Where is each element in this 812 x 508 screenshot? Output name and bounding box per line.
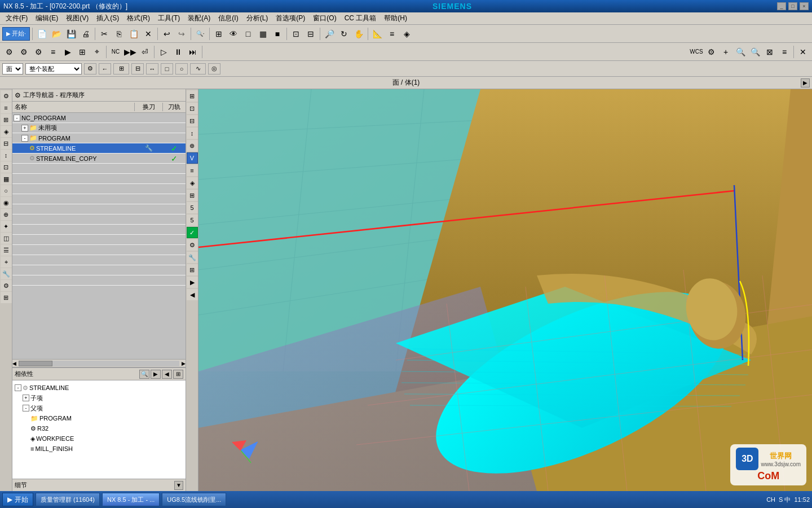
left-icon-17[interactable]: ⚙ <box>1 280 12 291</box>
open-btn[interactable]: 📂 <box>50 27 63 41</box>
left-icon-16[interactable]: 🔧 <box>1 268 12 279</box>
tb-right4[interactable]: 🔍 <box>734 45 747 59</box>
copy-btn[interactable]: ⎘ <box>112 27 126 41</box>
left-icon-10[interactable]: ◉ <box>1 197 12 208</box>
mid-btn-8[interactable]: ◈ <box>187 177 198 189</box>
menu-edit[interactable]: 编辑(E) <box>32 12 61 24</box>
table-row[interactable]: ⚙ STREAMLINE 🔧 ✓ <box>12 143 186 154</box>
list-item[interactable]: - 父项 <box>15 403 183 413</box>
menu-analysis[interactable]: 分析(L) <box>243 12 272 24</box>
cmd-finder-btn[interactable]: 🔍· <box>193 27 207 41</box>
close-button[interactable]: × <box>800 2 809 10</box>
table-row[interactable]: - 📁 PROGRAM <box>12 133 186 143</box>
mfg-btn1[interactable]: ⚙ <box>2 45 16 59</box>
menu-insert[interactable]: 插入(S) <box>93 12 122 24</box>
dep-search-btn[interactable]: 🔍 <box>139 370 149 379</box>
layer-btn[interactable]: ≡ <box>385 27 399 41</box>
left-icon-4[interactable]: ◈ <box>1 126 12 137</box>
left-icon-3[interactable]: ⊞ <box>1 114 12 125</box>
mid-btn-13[interactable]: ⚙ <box>187 239 198 251</box>
mid-btn-14[interactable]: 🔧 <box>187 252 198 263</box>
view-btn2[interactable]: □ <box>241 27 255 41</box>
undo-btn[interactable]: ↩ <box>160 27 174 41</box>
menu-help[interactable]: 帮助(H) <box>381 12 411 24</box>
filter-select-all-btn[interactable]: ⊞ <box>113 63 129 75</box>
view-btn3[interactable]: ▦ <box>256 27 270 41</box>
list-item[interactable]: - ⚙ STREAMLINE <box>15 383 183 393</box>
filter-assembly-select[interactable]: 整个装配 <box>25 63 82 75</box>
close-panel-btn[interactable]: ✕ <box>796 45 810 59</box>
mfg-btn6[interactable]: ⊞ <box>76 45 89 59</box>
nc-btn3[interactable]: ⏎ <box>138 45 152 59</box>
nav-hscroll[interactable]: ◀ ▶ <box>12 359 186 367</box>
mid-btn-7[interactable]: ≡ <box>187 165 198 176</box>
zoom-btn[interactable]: 🔎 <box>323 27 336 41</box>
measure-btn[interactable]: 📐 <box>370 27 384 41</box>
menu-preferences[interactable]: 首选项(P) <box>272 12 308 24</box>
left-icon-9[interactable]: ○ <box>1 185 12 196</box>
hscroll-right-btn[interactable]: ▶ <box>182 361 186 366</box>
left-icon-13[interactable]: ◫ <box>1 233 12 244</box>
nc-btn2[interactable]: ▶▶ <box>123 45 137 59</box>
dep-expand-root[interactable]: - <box>15 384 21 391</box>
menu-assembly[interactable]: 装配(A) <box>184 12 214 24</box>
mid-btn-2[interactable]: ⊡ <box>187 103 198 114</box>
menu-info[interactable]: 信息(I) <box>215 12 241 24</box>
dep-prev-btn[interactable]: ◀ <box>162 370 172 379</box>
left-icon-2[interactable]: ≡ <box>1 102 12 113</box>
left-icon-12[interactable]: ✦ <box>1 221 12 232</box>
dep-next-btn[interactable]: ▶ <box>151 370 161 379</box>
filter-3d-btn[interactable]: ◎ <box>208 63 220 75</box>
expand-icon-program[interactable]: - <box>21 135 28 142</box>
mid-btn-16[interactable]: ▶ <box>187 277 198 288</box>
list-item[interactable]: ◈ WORKPIECE <box>15 433 183 444</box>
left-icon-8[interactable]: ▦ <box>1 173 12 185</box>
print-btn[interactable]: 🖨 <box>79 27 92 41</box>
hscroll-track[interactable] <box>19 361 179 366</box>
pan-btn[interactable]: ✋ <box>352 27 365 41</box>
mfg-btn4[interactable]: ≡ <box>46 45 60 59</box>
cut-btn[interactable]: ✂ <box>98 27 111 41</box>
menu-cc-tools[interactable]: CC 工具箱 <box>341 12 380 24</box>
mid-btn-1[interactable]: ⊞ <box>187 90 198 102</box>
table-row[interactable]: ⚙ STREAMLINE_COPY ✓ <box>12 154 186 164</box>
list-item[interactable]: ⚙ R32 <box>15 423 183 433</box>
mid-btn-11[interactable]: 5 <box>187 214 198 226</box>
start-btn[interactable]: ▶开始· <box>2 27 30 41</box>
list-item[interactable]: + 子项 <box>15 393 183 403</box>
new-btn[interactable]: 📄 <box>35 27 48 41</box>
delete-btn[interactable]: ✕ <box>142 27 155 41</box>
dep-grid-btn[interactable]: ⊞ <box>173 370 183 379</box>
tb-right2[interactable]: ⚙ <box>704 45 718 59</box>
dep-expand-parent[interactable]: - <box>23 405 29 411</box>
left-icon-15[interactable]: ⌖ <box>1 256 12 268</box>
hscroll-left-btn[interactable]: ◀ <box>12 361 16 366</box>
table-row[interactable]: + 📁 未用项 <box>12 123 186 133</box>
mid-btn-9[interactable]: ⊞ <box>187 190 198 201</box>
mid-btn-6[interactable]: V <box>187 152 198 164</box>
minimize-button[interactable]: _ <box>777 2 786 10</box>
menu-view[interactable]: 视图(V) <box>63 12 92 24</box>
menu-format[interactable]: 格式(R) <box>123 12 153 24</box>
left-icon-14[interactable]: ☰ <box>1 244 12 256</box>
left-icon-6[interactable]: ↕ <box>1 150 12 161</box>
hscroll-thumb[interactable] <box>19 361 52 366</box>
view-btn1[interactable]: 👁 <box>227 27 240 41</box>
left-icon-1[interactable]: ⚙ <box>1 90 12 102</box>
maximize-button[interactable]: □ <box>788 2 797 10</box>
redo-btn[interactable]: ↪ <box>175 27 188 41</box>
rotate-btn[interactable]: ↻ <box>337 27 351 41</box>
view-btn4[interactable]: ■ <box>271 27 284 41</box>
filter-type-select[interactable]: 面 体 边 <box>2 63 23 75</box>
filter-deselect-btn[interactable]: ⊟ <box>131 63 144 75</box>
detail-expand-btn[interactable]: ▼ <box>174 481 183 490</box>
taskbar-start-button[interactable]: ▶ 开始 <box>2 493 33 506</box>
mid-btn-12[interactable]: ✓ <box>187 227 198 238</box>
menu-file[interactable]: 文件(F) <box>2 12 31 24</box>
sim-btn3[interactable]: ⏭ <box>186 45 200 59</box>
menu-tools[interactable]: 工具(T) <box>155 12 183 24</box>
filter-lasso-btn[interactable]: ∿ <box>190 63 206 75</box>
left-icon-5[interactable]: ⊟ <box>1 138 12 149</box>
expand-icon-unused[interactable]: + <box>21 125 28 132</box>
sim-btn2[interactable]: ⏸ <box>171 45 185 59</box>
